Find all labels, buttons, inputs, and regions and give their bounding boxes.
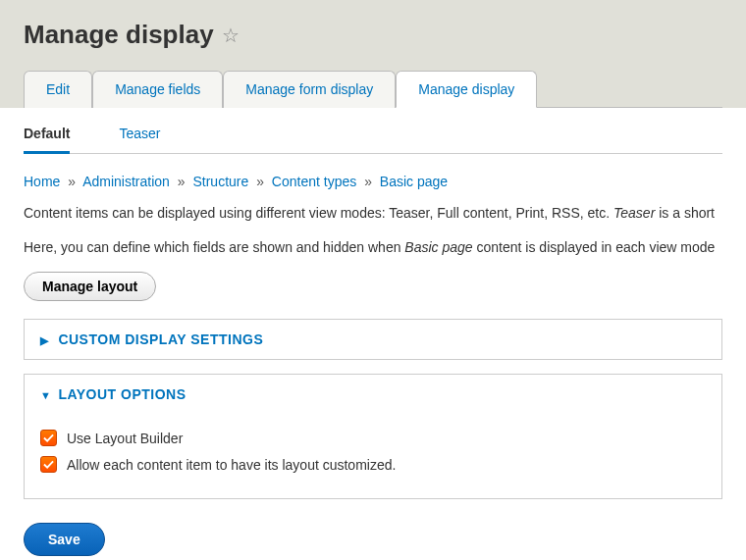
tab-manage-display[interactable]: Manage display: [396, 71, 537, 108]
primary-tabs: Edit Manage fields Manage form display M…: [24, 70, 722, 108]
allow-custom-layout-checkbox[interactable]: [40, 456, 57, 473]
manage-layout-button[interactable]: Manage layout: [24, 272, 156, 301]
breadcrumb-separator: »: [68, 174, 76, 189]
breadcrumb-separator: »: [178, 174, 186, 189]
description-line-2: Here, you can define which fields are sh…: [24, 237, 722, 258]
breadcrumb: Home » Administration » Structure » Cont…: [24, 174, 722, 189]
checkmark-icon: [43, 433, 54, 443]
allow-custom-layout-label: Allow each content item to have its layo…: [67, 457, 396, 473]
tab-edit[interactable]: Edit: [24, 71, 92, 108]
custom-display-settings-panel: ▶ CUSTOM DISPLAY SETTINGS: [24, 319, 722, 360]
layout-options-panel: ▼ LAYOUT OPTIONS Use Layout Builder Allo…: [24, 374, 722, 499]
subtab-teaser[interactable]: Teaser: [119, 126, 160, 153]
description-line-1: Content items can be displayed using dif…: [24, 203, 722, 224]
custom-display-settings-toggle[interactable]: ▶ CUSTOM DISPLAY SETTINGS: [25, 320, 721, 359]
breadcrumb-separator: »: [256, 174, 264, 189]
checkmark-icon: [43, 459, 54, 470]
breadcrumb-current: Basic page: [380, 174, 448, 189]
save-button[interactable]: Save: [24, 523, 105, 556]
star-icon[interactable]: ☆: [222, 24, 240, 47]
breadcrumb-content-types[interactable]: Content types: [272, 174, 356, 189]
page-title: Manage display: [24, 20, 214, 50]
breadcrumb-administration[interactable]: Administration: [82, 174, 170, 189]
tab-manage-form-display[interactable]: Manage form display: [223, 71, 396, 108]
breadcrumb-home[interactable]: Home: [24, 174, 60, 189]
secondary-tabs: Default Teaser: [24, 108, 722, 154]
layout-options-toggle[interactable]: ▼ LAYOUT OPTIONS: [25, 375, 721, 414]
use-layout-builder-checkbox[interactable]: [40, 430, 57, 446]
use-layout-builder-label: Use Layout Builder: [67, 431, 183, 446]
breadcrumb-structure[interactable]: Structure: [192, 174, 248, 189]
breadcrumb-separator: »: [364, 174, 372, 189]
subtab-default[interactable]: Default: [24, 126, 70, 154]
collapsed-marker-icon: ▶: [40, 334, 54, 347]
tab-manage-fields[interactable]: Manage fields: [92, 71, 223, 108]
expanded-marker-icon: ▼: [40, 389, 54, 401]
